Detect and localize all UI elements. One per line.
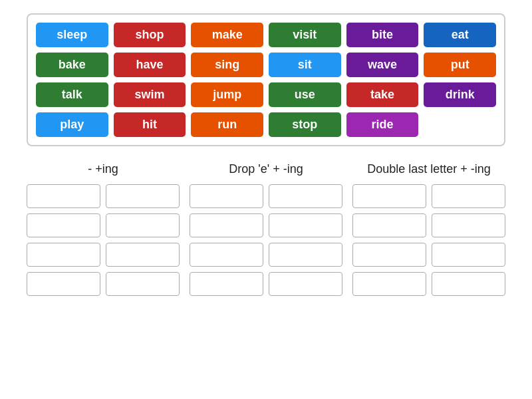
category-title-double-last: Double last letter + -ing — [367, 162, 491, 176]
drop-box-double-last-6[interactable] — [352, 272, 426, 296]
word-tile-jump[interactable]: jump — [191, 82, 263, 107]
drop-box-plus-ing-2[interactable] — [27, 213, 100, 237]
word-tile-visit[interactable]: visit — [269, 23, 341, 47]
word-tile-shop[interactable]: shop — [114, 23, 186, 47]
drop-box-double-last-7[interactable] — [432, 272, 505, 296]
word-tile-ride[interactable]: ride — [346, 112, 419, 137]
word-tile-put[interactable]: put — [424, 53, 496, 77]
category-title-drop-e: Drop 'e' + -ing — [229, 162, 303, 176]
drop-box-plus-ing-4[interactable] — [27, 243, 100, 267]
drop-box-plus-ing-5[interactable] — [106, 243, 180, 267]
drop-box-double-last-3[interactable] — [432, 213, 505, 237]
drop-box-drop-e-5[interactable] — [269, 243, 342, 267]
word-tile-sleep[interactable]: sleep — [36, 23, 108, 47]
word-tile-hit[interactable]: hit — [114, 112, 186, 137]
drop-box-plus-ing-3[interactable] — [106, 213, 180, 237]
categories-area: - +ingDrop 'e' + -ingDouble last letter … — [27, 162, 505, 296]
category-title-plus-ing: - +ing — [88, 162, 118, 176]
drop-box-drop-e-0[interactable] — [190, 184, 263, 208]
category-plus-ing: - +ing — [27, 162, 180, 296]
word-tile-eat[interactable]: eat — [424, 23, 496, 47]
word-tile-use[interactable]: use — [269, 82, 341, 107]
word-tile-sit[interactable]: sit — [269, 53, 341, 77]
drop-box-double-last-5[interactable] — [432, 243, 505, 267]
word-tile-play[interactable]: play — [36, 112, 108, 137]
drop-box-double-last-0[interactable] — [352, 184, 426, 208]
word-tile-sing[interactable]: sing — [191, 53, 263, 77]
drop-box-drop-e-7[interactable] — [269, 272, 342, 296]
drop-box-drop-e-4[interactable] — [190, 243, 263, 267]
word-tile-talk[interactable]: talk — [36, 82, 108, 107]
drop-grid-double-last — [352, 184, 505, 296]
word-tile-bake[interactable]: bake — [36, 53, 108, 77]
drop-box-plus-ing-7[interactable] — [106, 272, 180, 296]
drop-box-drop-e-3[interactable] — [269, 213, 342, 237]
word-tile-take[interactable]: take — [346, 82, 419, 107]
category-drop-e: Drop 'e' + -ing — [190, 162, 342, 296]
drop-box-double-last-1[interactable] — [432, 184, 505, 208]
word-tile-swim[interactable]: swim — [114, 82, 186, 107]
word-bank: sleepshopmakevisitbiteeatbakehavesingsit… — [27, 13, 505, 146]
word-tile-bite[interactable]: bite — [346, 23, 419, 47]
word-tile-drink[interactable]: drink — [424, 82, 496, 107]
drop-box-double-last-2[interactable] — [352, 213, 426, 237]
category-double-last: Double last letter + -ing — [352, 162, 505, 296]
word-tile-make[interactable]: make — [191, 23, 263, 47]
drop-box-drop-e-2[interactable] — [190, 213, 263, 237]
word-tile-have[interactable]: have — [114, 53, 186, 77]
word-tile-run[interactable]: run — [191, 112, 263, 137]
drop-box-plus-ing-6[interactable] — [27, 272, 100, 296]
drop-box-drop-e-1[interactable] — [269, 184, 342, 208]
word-tile-stop[interactable]: stop — [269, 112, 341, 137]
drop-box-drop-e-6[interactable] — [190, 272, 263, 296]
drop-grid-plus-ing — [27, 184, 180, 296]
drop-box-double-last-4[interactable] — [352, 243, 426, 267]
word-tile-wave[interactable]: wave — [346, 53, 419, 77]
drop-box-plus-ing-1[interactable] — [106, 184, 180, 208]
drop-grid-drop-e — [190, 184, 342, 296]
drop-box-plus-ing-0[interactable] — [27, 184, 100, 208]
